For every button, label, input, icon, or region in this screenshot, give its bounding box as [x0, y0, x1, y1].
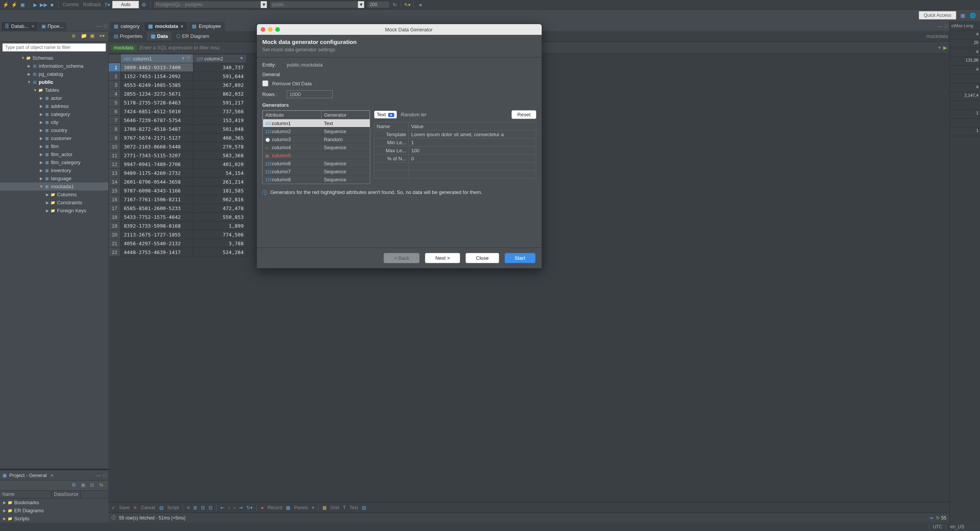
twistie-icon[interactable]: ▶: [27, 64, 31, 68]
script-icon[interactable]: ▤: [159, 505, 163, 510]
globe-icon[interactable]: 🌐: [969, 12, 976, 19]
twistie-icon[interactable]: ▶: [45, 200, 50, 205]
twistie-icon[interactable]: ▶: [2, 500, 7, 505]
copy-icon[interactable]: ▣: [81, 482, 88, 489]
refresh-icon[interactable]: ↻▾: [247, 505, 253, 510]
cell[interactable]: 774,506: [193, 230, 247, 239]
cell[interactable]: 591,644: [193, 72, 247, 81]
plug-icon[interactable]: ⚡: [2, 1, 9, 8]
delrow-icon[interactable]: ⊟: [209, 505, 212, 510]
connection-select[interactable]: PostgreSQL - postgres▼: [153, 1, 268, 8]
minimize-icon[interactable]: —: [938, 23, 942, 29]
twistie-icon[interactable]: ▶: [2, 508, 7, 513]
cell[interactable]: 9489-1175-4260-2732: [121, 169, 193, 178]
close-icon[interactable]: ×: [181, 23, 184, 29]
cell[interactable]: 583,368: [193, 151, 247, 160]
align-icon[interactable]: ≡: [187, 505, 189, 510]
project-item-er-diagrams[interactable]: ▶📁ER Diagrams: [0, 507, 108, 515]
maximize-icon[interactable]: □: [103, 472, 106, 478]
prop-value[interactable]: 100: [409, 147, 536, 155]
tree-table-film_category[interactable]: ▶▦film_category: [0, 158, 108, 166]
prop-row[interactable]: Max Le...100: [374, 147, 536, 155]
gear-icon[interactable]: ⚙: [72, 482, 78, 489]
maximize-icon[interactable]: □: [104, 23, 107, 29]
tab-employee[interactable]: ▦Employee: [188, 22, 225, 31]
maximize-icon[interactable]: □: [945, 23, 948, 29]
attr-cell[interactable]: 123column6: [263, 160, 322, 168]
minimize-icon[interactable]: —: [96, 472, 101, 478]
twistie-icon[interactable]: ▶: [39, 128, 44, 132]
data-grid[interactable]: ABC column1▼ !? 123 column2▼ 13899-4462-…: [108, 54, 247, 257]
table-row[interactable]: 99767-5674-2171-5127466,365: [109, 134, 247, 142]
close-window-icon[interactable]: [261, 27, 265, 32]
twistie-icon[interactable]: ▶: [45, 208, 50, 213]
generator-row[interactable]: 🕐column3Random: [263, 135, 370, 143]
cell[interactable]: 3899-4462-9313-7400: [121, 63, 193, 72]
new-conn-icon[interactable]: ⊕: [72, 33, 78, 40]
twistie-icon[interactable]: ▶: [39, 144, 44, 148]
generator-row[interactable]: ABCcolumn1Text: [263, 119, 370, 127]
tree-child-constraints[interactable]: ▶📁Constraints: [0, 199, 108, 207]
rownum[interactable]: 4: [109, 90, 121, 98]
rownum[interactable]: 16: [109, 195, 121, 204]
cell[interactable]: 591,217: [193, 98, 247, 107]
commit-button[interactable]: Commit: [61, 2, 80, 7]
start-button[interactable]: Start: [505, 253, 536, 263]
gen-cell[interactable]: Text: [322, 119, 370, 127]
rownum[interactable]: 1: [109, 63, 121, 72]
cell[interactable]: 550,853: [193, 213, 247, 222]
col-prop-value[interactable]: Value: [409, 122, 536, 130]
copy-icon[interactable]: ▣: [90, 33, 97, 40]
twistie-icon[interactable]: ▶: [39, 120, 44, 124]
cell[interactable]: 737,566: [193, 107, 247, 116]
project-item-bookmarks[interactable]: ▶📁Bookmarks: [0, 498, 108, 507]
rownum[interactable]: 13: [109, 169, 121, 178]
twistie-icon[interactable]: ▶: [39, 152, 44, 156]
gen-cell[interactable]: Sequence: [322, 143, 370, 151]
tab-projects[interactable]: ▣ Прое...: [38, 21, 67, 31]
table-row[interactable]: 202113-2675-1727-1855774,506: [109, 230, 247, 239]
gen-cell[interactable]: [322, 151, 370, 160]
zoom-window-icon[interactable]: [275, 27, 280, 32]
apply-icon[interactable]: ▶: [943, 45, 947, 50]
tree-table-film_actor[interactable]: ▶▦film_actor: [0, 150, 108, 158]
tree-table-actor[interactable]: ▶▦actor: [0, 94, 108, 102]
col-header-1[interactable]: ABC column1▼ !?: [121, 54, 193, 63]
table-chip[interactable]: mockdata: [111, 44, 137, 51]
tree-table-category[interactable]: ▶▦category: [0, 110, 108, 118]
tx-dropdown-icon[interactable]: T▾: [104, 1, 111, 8]
table-row[interactable]: 198392-1733-5998-81681,899: [109, 222, 247, 230]
table-row[interactable]: 81708-8272-4518-5487501,048: [109, 125, 247, 134]
generator-type-select[interactable]: Text▾: [374, 111, 397, 119]
col-header-2[interactable]: 123 column2▼: [193, 54, 247, 63]
rollback-button[interactable]: Rollback: [82, 2, 102, 7]
rownum[interactable]: 11: [109, 151, 121, 160]
close-icon[interactable]: ×: [51, 472, 54, 478]
minimize-icon[interactable]: —: [96, 23, 101, 29]
attr-cell[interactable]: 🕐column3: [263, 135, 322, 143]
twistie-icon[interactable]: ▶: [39, 96, 44, 100]
twistie-icon[interactable]: ▶: [45, 192, 50, 197]
stop-icon[interactable]: ■: [49, 1, 56, 8]
gen-cell[interactable]: Random: [322, 135, 370, 143]
cell[interactable]: 340,737: [193, 63, 247, 72]
twistie-icon[interactable]: ▼: [33, 88, 38, 92]
generator-row[interactable]: ✓column4Sequence: [263, 143, 370, 151]
link-icon[interactable]: ⇆: [99, 482, 106, 489]
gear-icon[interactable]: ⚙: [140, 1, 147, 8]
tree-table-address[interactable]: ▶▦address: [0, 102, 108, 110]
cell[interactable]: 501,048: [193, 125, 247, 134]
cell[interactable]: 181,585: [193, 186, 247, 195]
attr-cell[interactable]: 123column2: [263, 127, 322, 135]
cell[interactable]: 7167-7761-1506-8211: [121, 195, 193, 204]
table-row[interactable]: 21152-7453-1154-2092591,644: [109, 72, 247, 81]
generator-props-table[interactable]: Name Value TemplateLorem ipsum dolor sit…: [374, 122, 536, 179]
rownum[interactable]: 8: [109, 125, 121, 134]
gen-cell[interactable]: Sequence: [322, 127, 370, 135]
rownum[interactable]: 3: [109, 81, 121, 90]
cell[interactable]: 1708-8272-4518-5487: [121, 125, 193, 134]
rows-input[interactable]: [287, 90, 333, 98]
rownum[interactable]: 18: [109, 213, 121, 222]
table-row[interactable]: 214056-4297-5540-21323,788: [109, 239, 247, 248]
twistie-icon[interactable]: ▶: [39, 112, 44, 116]
